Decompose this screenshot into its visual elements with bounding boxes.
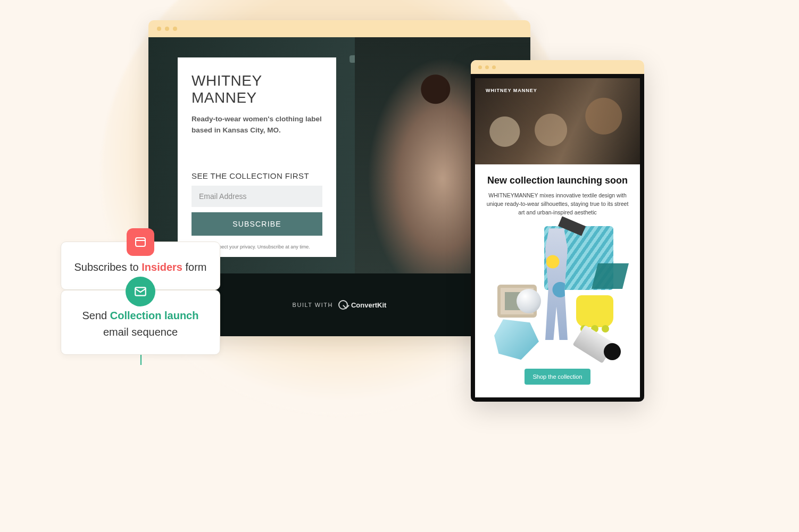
crystal-icon [494, 319, 539, 360]
automation-step-send-email[interactable]: Send Collection launch email sequence [61, 290, 220, 355]
paint-swatch-icon [592, 263, 629, 289]
built-with-label: BUILT WITH [293, 302, 333, 308]
step2-highlight: Collection launch [110, 310, 199, 321]
step2-post: email sequence [103, 326, 178, 338]
convertkit-logo: ConvertKit [338, 300, 386, 310]
traffic-light-min-icon [485, 65, 489, 69]
convertkit-mark-icon [338, 300, 348, 310]
form-heading: SEE THE COLLECTION FIRST [192, 171, 322, 180]
window-title-bar [148, 20, 530, 37]
email-paragraph: WHITNEYMANNEY mixes innovative textile d… [485, 192, 630, 217]
email-body: New collection launching soon WHITNEYMAN… [471, 164, 644, 402]
step1-highlight: Insiders [142, 261, 182, 273]
form-badge [127, 228, 154, 256]
email-collage-image [496, 226, 619, 359]
subscribe-button[interactable]: SUBSCRIBE [192, 212, 322, 236]
traffic-light-max-icon [173, 27, 177, 31]
roller-skate-icon [576, 295, 613, 327]
brand-title: WHITNEY MANNEY [192, 72, 322, 106]
email-brand-label: WHITNEY MANNEY [486, 88, 537, 93]
email-badge [126, 277, 155, 306]
email-title-bar [471, 60, 644, 74]
envelope-icon [134, 285, 147, 298]
step1-pre: Subscribes to [74, 261, 142, 273]
step1-post: form [182, 261, 207, 273]
round-badge-icon [604, 343, 621, 360]
traffic-light-close-icon [157, 27, 161, 31]
traffic-light-min-icon [165, 27, 169, 31]
traffic-light-close-icon [478, 65, 482, 69]
shop-collection-button[interactable]: Shop the collection [525, 369, 591, 385]
glass-orb-icon [517, 289, 541, 313]
convertkit-wordmark: ConvertKit [351, 301, 386, 309]
email-field[interactable] [192, 186, 322, 207]
automation-flow: Subscribes to Insiders form Send Collect… [61, 242, 220, 355]
email-headline: New collection launching soon [485, 175, 630, 186]
signup-card: WHITNEY MANNEY Ready-to-wear women's clo… [178, 57, 336, 257]
browser-window-icon [134, 236, 147, 248]
step2-pre: Send [82, 310, 110, 321]
traffic-light-max-icon [492, 65, 496, 69]
email-hero-image: WHITNEY MANNEY [471, 74, 644, 164]
svg-rect-0 [136, 238, 145, 246]
brand-tagline: Ready-to-wear women's clothing label bas… [192, 114, 322, 136]
email-preview-window: WHITNEY MANNEY New collection launching … [471, 60, 644, 402]
